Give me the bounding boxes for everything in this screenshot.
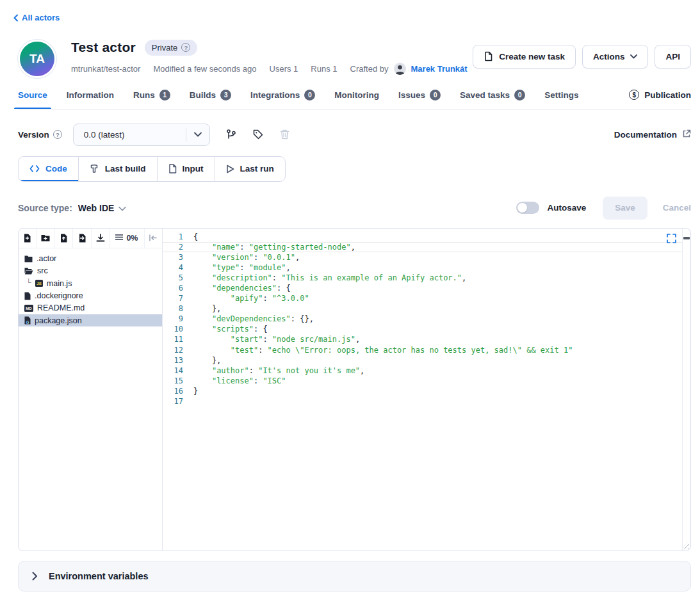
external-link-icon xyxy=(682,129,691,140)
tab-label: Settings xyxy=(544,90,578,100)
code-line[interactable]: 5 "description": "This is an example of … xyxy=(163,273,682,283)
code-line[interactable]: 6 "dependencies": { xyxy=(163,283,682,293)
users-count: Users 1 xyxy=(270,64,298,74)
line-content: }, xyxy=(193,304,221,313)
code-line[interactable]: 2 "name": "getting-started-node", xyxy=(163,242,682,252)
tree-item--actor[interactable]: .actor xyxy=(19,253,162,265)
view-tab-last-build[interactable]: Last build xyxy=(78,157,157,181)
tab-runs[interactable]: Runs1 xyxy=(133,90,170,109)
autosave-label: Autosave xyxy=(547,203,586,213)
tree-item-main-js[interactable]: └JSmain.js xyxy=(19,277,162,289)
page-title: Test actor xyxy=(71,40,136,55)
line-number: 14 xyxy=(163,366,193,375)
line-number: 4 xyxy=(163,263,193,272)
view-tab-last-run[interactable]: Last run xyxy=(215,157,285,181)
line-number: 16 xyxy=(163,387,193,396)
visibility-badge-label: Private xyxy=(152,43,177,52)
git-branch-icon[interactable] xyxy=(225,129,237,140)
code-line[interactable]: 16} xyxy=(163,386,682,396)
line-content: "start": "node src/main.js", xyxy=(193,335,360,344)
tab-label: Runs xyxy=(133,90,155,100)
tree-item-package-json[interactable]: {}package.json xyxy=(19,314,162,326)
autosave-toggle[interactable] xyxy=(516,202,539,214)
tree-item--dockerignore[interactable]: .dockerignore xyxy=(19,289,162,302)
version-select[interactable]: 0.0 (latest) xyxy=(73,124,210,146)
modified-timestamp: Modified a few seconds ago xyxy=(153,64,256,74)
trash-icon[interactable] xyxy=(279,129,290,140)
help-icon[interactable]: ? xyxy=(181,43,190,52)
vertical-scrollbar[interactable] xyxy=(682,229,690,551)
tab-issues[interactable]: Issues0 xyxy=(398,90,441,109)
code-editor[interactable]: 1{2 "name": "getting-started-node",3 "ve… xyxy=(163,229,690,551)
view-tab-code[interactable]: Code xyxy=(19,157,78,181)
upload-file-icon[interactable] xyxy=(55,229,73,248)
import-file-icon[interactable] xyxy=(73,229,91,248)
tag-icon[interactable] xyxy=(252,129,264,140)
download-icon[interactable] xyxy=(92,229,110,248)
author-link[interactable]: Marek Trunkát xyxy=(411,64,468,74)
chevron-left-icon xyxy=(13,14,19,22)
actor-path: mtrunkat/test-actor xyxy=(71,64,140,74)
cancel-button[interactable]: Cancel xyxy=(663,203,691,213)
actor-avatar: TA xyxy=(20,42,54,76)
tab-builds[interactable]: Builds3 xyxy=(190,90,231,109)
save-button[interactable]: Save xyxy=(603,197,647,220)
new-document-icon xyxy=(484,51,493,61)
tab-label: Issues xyxy=(398,90,425,100)
code-line[interactable]: 11 "start": "node src/main.js", xyxy=(163,334,682,344)
tab-monitoring[interactable]: Monitoring xyxy=(334,90,379,108)
tab-settings[interactable]: Settings xyxy=(544,90,578,108)
tree-item-label: .actor xyxy=(37,254,56,263)
tree-item-label: README.md xyxy=(37,303,85,312)
publication-dollar-icon: $ xyxy=(629,90,639,100)
actions-dropdown-button[interactable]: Actions xyxy=(582,45,649,68)
tab-count-badge: 0 xyxy=(514,90,525,101)
environment-variables-section[interactable]: Environment variables xyxy=(18,561,691,592)
version-help-icon[interactable]: ? xyxy=(53,130,62,139)
header-buttons: Create new task Actions API xyxy=(473,45,691,68)
back-to-all-actors-link[interactable]: All actors xyxy=(13,13,60,22)
line-number: 2 xyxy=(163,243,193,252)
line-number: 10 xyxy=(163,325,193,334)
line-number: 12 xyxy=(163,346,193,355)
code-line[interactable]: 8 }, xyxy=(163,303,682,314)
scrollbar-thumb[interactable] xyxy=(683,237,690,239)
code-line[interactable]: 17 xyxy=(163,396,682,407)
code-line[interactable]: 3 "version": "0.0.1", xyxy=(163,252,682,262)
new-file-icon[interactable] xyxy=(19,229,37,248)
fullscreen-icon[interactable] xyxy=(667,234,676,243)
tree-item-src[interactable]: src xyxy=(19,265,162,277)
tree-item-label: .dockerignore xyxy=(35,291,83,300)
code-line[interactable]: 14 "author": "It's not you it's me", xyxy=(163,366,682,376)
code-line[interactable]: 12 "test": "echo \"Error: oops, the acto… xyxy=(163,345,682,355)
tab-label: Monitoring xyxy=(334,90,379,100)
code-line[interactable]: 9 "devDependencies": {}, xyxy=(163,314,682,324)
code-line[interactable]: 15 "license": "ISC" xyxy=(163,376,682,386)
documentation-link[interactable]: Documentation xyxy=(614,129,691,140)
source-type-select[interactable]: Web IDE xyxy=(78,203,127,213)
create-new-task-button[interactable]: Create new task xyxy=(473,45,576,68)
tab-saved-tasks[interactable]: Saved tasks0 xyxy=(460,90,525,109)
tab-source[interactable]: Source xyxy=(18,90,47,108)
collapse-sidebar-icon[interactable] xyxy=(145,229,162,248)
code-line[interactable]: 7 "apify": "^3.0.0" xyxy=(163,293,682,303)
tab-information[interactable]: Information xyxy=(67,90,114,108)
tab-publication[interactable]: $ Publication xyxy=(629,90,691,108)
code-line[interactable]: 1{ xyxy=(163,232,682,242)
api-button[interactable]: API xyxy=(655,45,691,68)
tab-label: Integrations xyxy=(250,90,300,100)
file-tree-list: .actorsrc└JSmain.js.dockerignoreMDREADME… xyxy=(19,248,162,327)
line-content: "devDependencies": {}, xyxy=(193,314,314,323)
source-type-bar: Source type: Web IDE Autosave Save Cance… xyxy=(18,197,691,220)
tab-integrations[interactable]: Integrations0 xyxy=(250,90,315,109)
line-number: 1 xyxy=(163,232,193,241)
toggle-knob xyxy=(517,203,527,213)
line-content: "version": "0.0.1", xyxy=(193,253,300,262)
tree-item-readme-md[interactable]: MDREADME.md xyxy=(19,302,162,314)
code-line[interactable]: 13 }, xyxy=(163,355,682,366)
new-folder-icon[interactable] xyxy=(37,229,54,248)
code-line[interactable]: 10 "scripts": { xyxy=(163,324,682,334)
line-content: "license": "ISC" xyxy=(193,376,286,385)
view-tab-input[interactable]: Input xyxy=(157,157,215,181)
code-line[interactable]: 4 "type": "module", xyxy=(163,262,682,273)
